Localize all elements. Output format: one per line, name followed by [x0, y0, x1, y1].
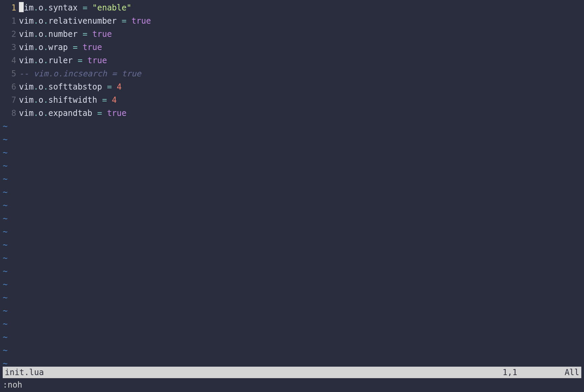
tilde-icon: ~ — [0, 160, 19, 173]
empty-line: ~ — [0, 212, 584, 225]
code-content[interactable]: vim.o.shiftwidth = 4 — [19, 94, 584, 107]
code-line[interactable]: 2vim.o.number = true — [0, 28, 584, 41]
code-line[interactable]: 4vim.o.ruler = true — [0, 54, 584, 67]
code-content[interactable]: vim.o.wrap = true — [19, 41, 584, 54]
line-number: 3 — [0, 41, 19, 54]
token-punct: . — [43, 82, 48, 92]
tilde-icon: ~ — [0, 344, 19, 357]
code-content[interactable]: vim.o.relativenumber = true — [19, 15, 584, 28]
token-op: = — [121, 16, 126, 26]
token-space — [117, 16, 121, 26]
token-punct: . — [43, 29, 48, 39]
empty-line: ~ — [0, 291, 584, 304]
token-space — [87, 29, 92, 39]
token-ident: wrap — [48, 43, 68, 52]
token-punct: . — [43, 3, 48, 13]
line-number: 7 — [0, 94, 19, 107]
token-op: = — [107, 82, 112, 92]
code-line[interactable]: 7vim.o.shiftwidth = 4 — [0, 94, 584, 107]
token-ident: expandtab — [48, 108, 92, 118]
token-space — [97, 95, 102, 105]
code-content[interactable]: vim.o.expandtab = true — [19, 107, 584, 120]
line-number: 2 — [0, 28, 19, 41]
token-punct: . — [33, 108, 38, 118]
tilde-icon: ~ — [0, 252, 19, 265]
token-ident: vim — [19, 43, 33, 52]
token-ident: o — [39, 43, 43, 52]
token-ident: syntax — [48, 3, 78, 13]
token-ident: vim — [19, 56, 33, 65]
empty-line: ~ — [0, 146, 584, 160]
token-punct: . — [33, 16, 38, 26]
empty-line: ~ — [0, 199, 584, 212]
text-cursor — [19, 2, 24, 12]
token-ident: o — [39, 3, 43, 13]
line-number: 4 — [0, 54, 19, 67]
line-number: 5 — [0, 67, 19, 80]
token-op: = — [73, 43, 77, 52]
code-content[interactable]: vim.o.softtabstop = 4 — [19, 80, 584, 94]
code-line[interactable]: 3vim.o.wrap = true — [0, 41, 584, 54]
token-ident: softtabstop — [48, 82, 102, 92]
empty-line: ~ — [0, 344, 584, 357]
tilde-icon: ~ — [0, 133, 19, 146]
token-ident: vim — [19, 29, 33, 39]
code-line[interactable]: 6vim.o.softtabstop = 4 — [0, 80, 584, 94]
empty-line: ~ — [0, 252, 584, 265]
empty-line: ~ — [0, 331, 584, 344]
status-cursor-position: 1,1 — [502, 367, 564, 378]
token-ident: ruler — [48, 56, 73, 65]
tilde-icon: ~ — [0, 278, 19, 291]
token-op: = — [102, 95, 107, 105]
token-space — [127, 16, 131, 26]
token-space — [68, 43, 73, 52]
token-space — [107, 95, 112, 105]
code-content[interactable]: -- vim.o.incsearch = true — [19, 67, 584, 80]
code-line[interactable]: 5-- vim.o.incsearch = true — [0, 67, 584, 80]
line-number: 6 — [0, 80, 19, 94]
empty-line: ~ — [0, 173, 584, 186]
token-punct: . — [43, 108, 48, 118]
token-punct: . — [33, 3, 38, 13]
token-punct: . — [43, 16, 48, 26]
code-line[interactable]: 8vim.o.expandtab = true — [0, 107, 584, 120]
tilde-icon: ~ — [0, 331, 19, 344]
tilde-icon: ~ — [0, 225, 19, 239]
code-content[interactable]: vim.o.syntax = "enable" — [19, 1, 584, 15]
code-content[interactable]: vim.o.number = true — [19, 28, 584, 41]
editor-window: 1vim.o.syntax = "enable"1vim.o.relativen… — [0, 0, 584, 392]
tilde-icon: ~ — [0, 146, 19, 160]
tilde-icon: ~ — [0, 120, 19, 133]
token-space — [83, 56, 87, 65]
token-space — [77, 43, 82, 52]
token-bool: true — [87, 56, 107, 65]
tilde-icon: ~ — [0, 291, 19, 304]
line-number: 8 — [0, 107, 19, 120]
token-ident: relativenumber — [48, 16, 117, 26]
token-bool: true — [83, 43, 102, 52]
token-space — [92, 108, 97, 118]
token-ident: o — [39, 56, 43, 65]
token-ident: vim — [19, 16, 33, 26]
token-space — [102, 108, 107, 118]
command-line[interactable]: :noh — [3, 379, 581, 391]
line-number-current: 1 — [0, 1, 19, 15]
empty-line: ~ — [0, 318, 584, 331]
token-bool: true — [107, 108, 127, 118]
token-space — [77, 29, 82, 39]
code-line[interactable]: 1vim.o.relativenumber = true — [0, 15, 584, 28]
code-line[interactable]: 1vim.o.syntax = "enable" — [0, 1, 584, 15]
tilde-icon: ~ — [0, 186, 19, 199]
token-punct: . — [33, 29, 38, 39]
tilde-icon: ~ — [0, 265, 19, 278]
empty-line: ~ — [0, 304, 584, 318]
tilde-icon: ~ — [0, 239, 19, 252]
empty-line: ~ — [0, 357, 584, 364]
token-op: = — [77, 56, 82, 65]
token-ident: vim — [19, 108, 33, 118]
code-content[interactable]: vim.o.ruler = true — [19, 54, 584, 67]
token-ident: o — [39, 29, 43, 39]
token-op: = — [97, 108, 102, 118]
token-space — [87, 3, 92, 13]
text-buffer[interactable]: 1vim.o.syntax = "enable"1vim.o.relativen… — [0, 1, 584, 364]
